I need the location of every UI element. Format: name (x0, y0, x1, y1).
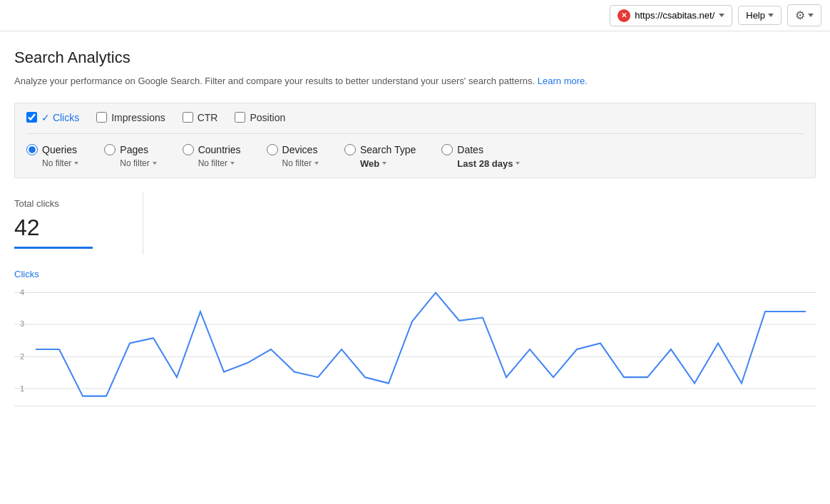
top-bar: ✕ https://csabitas.net/ Help ⚙ (0, 0, 830, 31)
devices-radio-input[interactable] (267, 144, 278, 155)
filter-bar: ✓ Clicks Impressions CTR Position Querie (14, 103, 816, 178)
devices-filter-text: No filter (282, 158, 312, 168)
svg-text:4: 4 (20, 287, 24, 296)
chart-container: 4 3 2 1 (14, 285, 816, 413)
queries-radio-label[interactable]: Queries (26, 144, 77, 155)
dates-filter[interactable]: Last 28 days (457, 158, 520, 169)
page-title: Search Analytics (14, 48, 816, 67)
pages-label: Pages (120, 144, 148, 155)
countries-label: Countries (198, 144, 241, 155)
learn-more-link[interactable]: Learn more. (538, 76, 588, 86)
position-checkbox-label: Position (250, 112, 285, 123)
devices-label: Devices (282, 144, 318, 155)
chart-section: Clicks 4 3 2 1 (14, 269, 816, 428)
pages-radio-item: Pages No filter (104, 144, 156, 168)
checkboxes-row: ✓ Clicks Impressions CTR Position (26, 112, 804, 134)
queries-filter-chevron-icon (74, 162, 78, 165)
stats-section: Total clicks 42 (14, 192, 816, 262)
search-type-radio-item: Search Type Web (344, 144, 416, 169)
devices-filter-chevron-icon (314, 162, 319, 165)
countries-radio-input[interactable] (183, 144, 194, 155)
devices-filter[interactable]: No filter (282, 158, 319, 168)
svg-text:1: 1 (20, 384, 24, 393)
search-type-filter-chevron-icon (382, 162, 386, 165)
gear-icon: ⚙ (795, 9, 805, 22)
countries-filter-chevron-icon (230, 162, 235, 165)
settings-chevron-icon (808, 14, 814, 17)
devices-radio-item: Devices No filter (267, 144, 319, 168)
countries-filter-text: No filter (198, 158, 227, 168)
svg-text:2: 2 (20, 351, 24, 360)
search-type-label: Search Type (360, 144, 416, 155)
search-type-radio-input[interactable] (344, 144, 356, 155)
queries-radio-input[interactable] (26, 144, 38, 155)
total-clicks-label: Total clicks (14, 198, 117, 209)
queries-label: Queries (42, 144, 77, 155)
clicks-chart: 4 3 2 1 (14, 285, 816, 413)
position-checkbox[interactable]: Position (235, 112, 285, 123)
url-text: https://csabitas.net/ (635, 10, 714, 21)
queries-filter[interactable]: No filter (42, 158, 78, 168)
help-button[interactable]: Help (738, 6, 782, 25)
queries-filter-text: No filter (42, 158, 71, 168)
pages-filter-chevron-icon (153, 162, 157, 165)
help-chevron-icon (768, 14, 774, 17)
ctr-checkbox[interactable]: CTR (183, 112, 218, 123)
search-type-filter[interactable]: Web (360, 158, 386, 169)
chart-label: Clicks (14, 269, 816, 279)
svg-text:3: 3 (20, 319, 24, 327)
dates-label: Dates (457, 144, 483, 155)
total-clicks-value: 42 (14, 215, 117, 241)
clicks-checkbox-label: ✓ Clicks (41, 112, 79, 123)
clicks-checkbox-input[interactable] (26, 112, 37, 123)
total-clicks-underline (14, 247, 93, 249)
countries-radio-label[interactable]: Countries (183, 144, 241, 155)
pages-filter[interactable]: No filter (120, 158, 156, 168)
dates-radio-item: Dates Last 28 days (441, 144, 520, 169)
pages-radio-label[interactable]: Pages (104, 144, 148, 155)
countries-filter[interactable]: No filter (198, 158, 235, 168)
pages-radio-input[interactable] (104, 144, 116, 155)
site-icon: ✕ (618, 9, 630, 22)
help-label: Help (746, 10, 765, 21)
settings-button[interactable]: ⚙ (787, 4, 821, 26)
impressions-checkbox-label: Impressions (111, 112, 165, 123)
queries-radio-item: Queries No filter (26, 144, 78, 168)
url-chevron-icon (719, 14, 724, 17)
ctr-checkbox-input[interactable] (183, 112, 193, 123)
impressions-checkbox-input[interactable] (96, 112, 107, 123)
clicks-checkbox[interactable]: ✓ Clicks (26, 112, 79, 123)
devices-radio-label[interactable]: Devices (267, 144, 318, 155)
search-type-filter-text: Web (360, 158, 379, 169)
stat-divider (143, 192, 143, 254)
pages-filter-text: No filter (120, 158, 149, 168)
ctr-checkbox-label: CTR (198, 112, 218, 123)
page-description: Analyze your performance on Google Searc… (14, 74, 816, 88)
dates-filter-chevron-icon (516, 162, 520, 165)
main-content: Search Analytics Analyze your performanc… (0, 31, 830, 428)
radio-row: Queries No filter Pages No filter (26, 144, 804, 169)
dates-filter-text: Last 28 days (457, 158, 513, 169)
countries-radio-item: Countries No filter (183, 144, 241, 168)
impressions-checkbox[interactable]: Impressions (96, 112, 165, 123)
dates-radio-label[interactable]: Dates (441, 144, 483, 155)
total-clicks-box: Total clicks 42 (14, 192, 128, 254)
dates-radio-input[interactable] (441, 144, 453, 155)
url-button[interactable]: ✕ https://csabitas.net/ (610, 5, 732, 26)
search-type-radio-label[interactable]: Search Type (344, 144, 416, 155)
clicks-line (36, 292, 806, 396)
position-checkbox-input[interactable] (235, 112, 245, 123)
